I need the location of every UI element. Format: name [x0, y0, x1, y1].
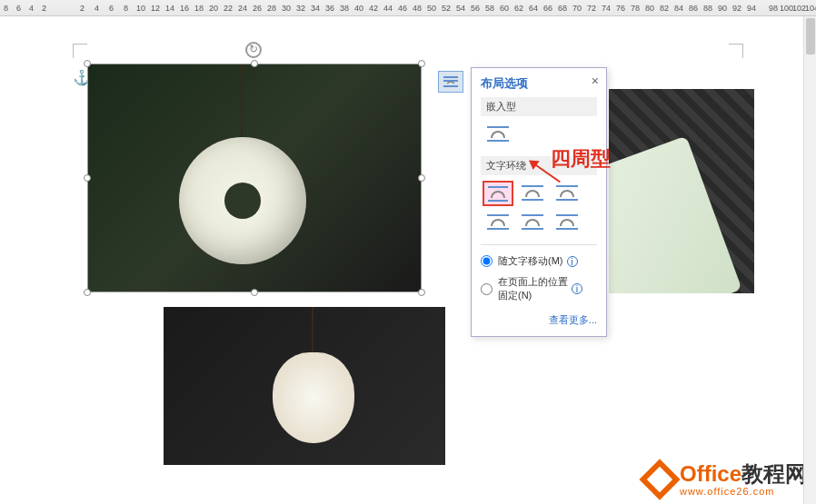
page-margin-corner — [729, 44, 743, 58]
scroll-thumb[interactable] — [806, 18, 815, 54]
resize-handle[interactable] — [418, 174, 425, 182]
wrap-square-icon[interactable] — [483, 181, 513, 206]
watermark-url: www.office26.com — [680, 486, 807, 497]
resize-handle[interactable] — [251, 60, 258, 67]
popup-title: 布局选项 — [481, 75, 597, 92]
resize-handle[interactable] — [84, 174, 91, 182]
section-inline-label: 嵌入型 — [481, 97, 597, 116]
wrap-topbottom-icon[interactable] — [483, 210, 513, 235]
svg-rect-2 — [443, 85, 458, 87]
watermark: Office教程网 www.office26.com — [645, 462, 807, 497]
resize-handle[interactable] — [418, 60, 425, 67]
resize-handle[interactable] — [84, 60, 91, 67]
page-margin-corner — [73, 44, 87, 58]
see-more-link[interactable]: 查看更多... — [481, 313, 597, 327]
svg-rect-0 — [443, 76, 458, 78]
rotation-handle[interactable] — [245, 42, 262, 58]
info-icon[interactable]: i — [572, 283, 582, 294]
layout-options-button[interactable] — [438, 71, 463, 93]
radio-label: 随文字移动(M) — [498, 254, 563, 268]
image-jade-pendant[interactable] — [164, 307, 445, 465]
watermark-brand-en: Office — [680, 461, 741, 486]
wrap-tight-icon[interactable] — [517, 181, 548, 206]
document-canvas[interactable]: ⚓ × 布局选项 嵌入型 文字环绕 — [0, 16, 816, 504]
vertical-scrollbar[interactable] — [803, 16, 816, 504]
office-logo-icon — [639, 459, 680, 499]
resize-handle[interactable] — [418, 289, 425, 296]
layout-options-popup: × 布局选项 嵌入型 文字环绕 随文字移动(M) i 在页面上的位置 固定(N) — [471, 67, 607, 337]
resize-handle[interactable] — [84, 289, 91, 296]
selected-image-jade-disc[interactable] — [87, 64, 422, 292]
radio-move-with-text[interactable]: 随文字移动(M) i — [481, 251, 597, 272]
radio-input[interactable] — [481, 255, 493, 267]
wrap-front-icon[interactable] — [552, 210, 582, 235]
watermark-brand-cn: 教程网 — [741, 461, 807, 486]
radio-input[interactable] — [481, 283, 493, 295]
horizontal-ruler: 8642 2468 10121416 18202224 26283032 343… — [0, 0, 816, 16]
radio-label: 在页面上的位置 固定(N) — [498, 275, 568, 302]
radio-fixed-position[interactable]: 在页面上的位置 固定(N) i — [481, 272, 597, 306]
wrap-through-icon[interactable] — [552, 181, 582, 206]
annotation-label: 四周型 — [551, 145, 611, 173]
image-jade-plaque[interactable] — [609, 89, 754, 293]
wrap-inline-icon[interactable] — [483, 122, 513, 147]
resize-handle[interactable] — [251, 289, 258, 296]
wrap-behind-icon[interactable] — [517, 210, 548, 235]
close-icon[interactable]: × — [592, 74, 599, 88]
info-icon[interactable]: i — [567, 256, 578, 267]
